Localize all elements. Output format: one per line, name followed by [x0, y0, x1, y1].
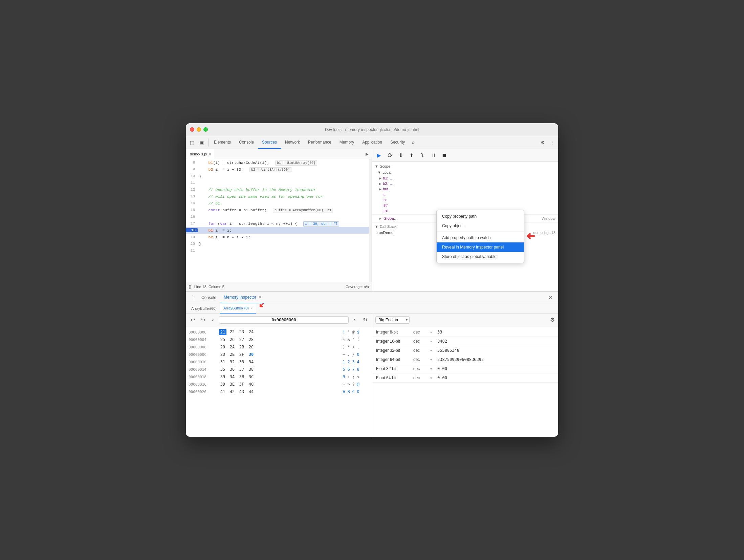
insp-format-dropdown[interactable]: ▾ — [430, 358, 432, 362]
file-tab-close[interactable]: × — [209, 152, 211, 156]
menu-icon[interactable]: ⋮ — [548, 138, 556, 147]
scope-item-n[interactable]: n: — [372, 197, 558, 202]
address-input[interactable] — [219, 316, 349, 324]
hex-byte[interactable]: 26 — [228, 337, 236, 342]
run-script-button[interactable]: ▶ — [364, 151, 370, 157]
scope-item-i[interactable]: i: — [372, 192, 558, 197]
buffer-tab-70-close[interactable]: × — [250, 306, 253, 310]
close-button[interactable] — [190, 127, 194, 132]
step-button[interactable]: ⤵ — [418, 151, 427, 160]
insp-format-dropdown[interactable]: ▾ — [430, 330, 432, 334]
hex-byte[interactable]: 3E — [228, 382, 236, 387]
ctx-reveal-memory[interactable]: Reveal in Memory Inspector panel — [437, 242, 524, 252]
step-out-button[interactable]: ⬆ — [407, 151, 416, 160]
local-scope-header[interactable]: ▼ Local — [372, 169, 558, 175]
hex-byte[interactable]: 28 — [247, 337, 255, 342]
insp-format-dropdown[interactable]: ▾ — [430, 367, 432, 371]
ctx-copy-property-path[interactable]: Copy property path — [437, 212, 524, 221]
tab-memory[interactable]: Memory — [335, 136, 358, 149]
tab-security[interactable]: Security — [386, 136, 409, 149]
file-tab[interactable]: demo-js.js × — [187, 149, 214, 159]
tab-elements[interactable]: Elements — [210, 136, 235, 149]
hex-byte[interactable]: 21 — [219, 329, 226, 335]
tab-network[interactable]: Network — [281, 136, 304, 149]
tab-console-bottom[interactable]: Console — [198, 292, 220, 303]
prev-address-button[interactable]: ‹ — [209, 316, 217, 324]
scope-header[interactable]: ▼ Scope — [372, 163, 558, 169]
tab-memory-inspector[interactable]: Memory Inspector ✕ — [220, 292, 265, 303]
buffer-tab-70[interactable]: ArrayBuffer(70) × ↙ — [220, 303, 256, 314]
undo-button[interactable]: ↩ — [189, 316, 197, 324]
hex-byte[interactable]: 2B — [238, 344, 245, 350]
hex-byte[interactable]: 2E — [228, 352, 236, 357]
memory-inspector-close[interactable]: ✕ — [258, 295, 262, 299]
step-into-button[interactable]: ⬇ — [396, 151, 405, 160]
refresh-button[interactable]: ↻ — [361, 316, 369, 324]
buffer-tab-60[interactable]: ArrayBuffer(60) — [188, 303, 220, 314]
hex-byte[interactable]: 43 — [238, 389, 245, 394]
tab-performance[interactable]: Performance — [304, 136, 335, 149]
ctx-copy-object[interactable]: Copy object — [437, 221, 524, 231]
settings-icon[interactable]: ⚙ — [539, 138, 547, 147]
hex-byte[interactable]: 32 — [228, 359, 236, 365]
hex-byte[interactable]: 24 — [247, 329, 255, 335]
hex-byte[interactable]: 27 — [238, 337, 245, 342]
close-panel-button[interactable]: ✕ — [546, 293, 555, 302]
hex-byte[interactable]: 38 — [247, 367, 255, 372]
tab-sources[interactable]: Sources — [258, 136, 281, 149]
scrollbar[interactable] — [369, 159, 372, 282]
deactivate-breakpoints[interactable]: ⏸ — [429, 151, 438, 160]
hex-byte[interactable]: 3D — [219, 382, 226, 387]
cursor-icon[interactable]: ⬚ — [188, 138, 196, 147]
minimize-button[interactable] — [197, 127, 201, 132]
tab-application[interactable]: Application — [358, 136, 386, 149]
hex-byte[interactable]: 22 — [228, 329, 236, 335]
hex-byte[interactable]: 37 — [238, 367, 245, 372]
pause-on-exceptions[interactable]: ⏹ — [440, 151, 448, 160]
hex-byte[interactable]: 2F — [238, 352, 245, 357]
hex-byte[interactable]: 44 — [247, 389, 255, 394]
scope-item-b2[interactable]: ▶ b2: … — [372, 181, 558, 186]
hex-byte[interactable]: 3C — [247, 374, 255, 380]
device-icon[interactable]: ▣ — [197, 138, 205, 147]
hex-byte[interactable]: 39 — [219, 374, 226, 380]
inspector-settings-button[interactable]: ⚙ — [550, 317, 555, 323]
hex-byte[interactable]: 25 — [219, 337, 226, 342]
scope-item-buf[interactable]: ▶ buf — [372, 186, 558, 192]
insp-format-dropdown[interactable]: ▾ — [430, 376, 432, 380]
hex-byte[interactable]: 2A — [228, 344, 236, 350]
scope-item-str[interactable]: str — [372, 202, 558, 208]
hex-byte[interactable]: 34 — [247, 359, 255, 365]
ctx-store-global[interactable]: Store object as global variable — [437, 252, 524, 261]
hex-byte[interactable]: 29 — [219, 344, 226, 350]
resume-button[interactable]: ▶ — [375, 151, 384, 160]
scope-item-b1[interactable]: ▶ b1: … — [372, 175, 558, 181]
insp-type: Integer 8-bit — [376, 330, 413, 335]
next-address-button[interactable]: › — [351, 316, 359, 324]
redo-button[interactable]: ↪ — [199, 316, 207, 324]
hex-byte[interactable]: 40 — [247, 382, 255, 387]
hex-byte[interactable]: 2D — [219, 352, 226, 357]
hex-chars: % & ' ( — [342, 337, 369, 342]
insp-format-dropdown[interactable]: ▾ — [430, 340, 432, 343]
hex-byte[interactable]: 3F — [238, 382, 245, 387]
maximize-button[interactable] — [203, 127, 208, 132]
hex-byte[interactable]: 23 — [238, 329, 245, 335]
bottom-menu-button[interactable]: ⋮ — [189, 293, 197, 302]
hex-byte[interactable]: 3A — [228, 374, 236, 380]
ctx-add-watch[interactable]: Add property path to watch — [437, 233, 524, 242]
hex-byte[interactable]: 3B — [238, 374, 245, 380]
hex-byte[interactable]: 30 — [247, 352, 255, 357]
hex-byte[interactable]: 36 — [228, 367, 236, 372]
hex-byte[interactable]: 42 — [228, 389, 236, 394]
hex-byte[interactable]: 31 — [219, 359, 226, 365]
endian-select[interactable]: Big Endian Little Endian — [375, 316, 410, 324]
hex-byte[interactable]: 2C — [247, 344, 255, 350]
more-tabs-button[interactable]: » — [409, 139, 417, 146]
hex-byte[interactable]: 33 — [238, 359, 245, 365]
hex-byte[interactable]: 41 — [219, 389, 226, 394]
insp-format-dropdown[interactable]: ▾ — [430, 349, 432, 352]
hex-byte[interactable]: 35 — [219, 367, 226, 372]
step-over-button[interactable]: ⟳ — [386, 151, 394, 160]
tab-console[interactable]: Console — [235, 136, 258, 149]
